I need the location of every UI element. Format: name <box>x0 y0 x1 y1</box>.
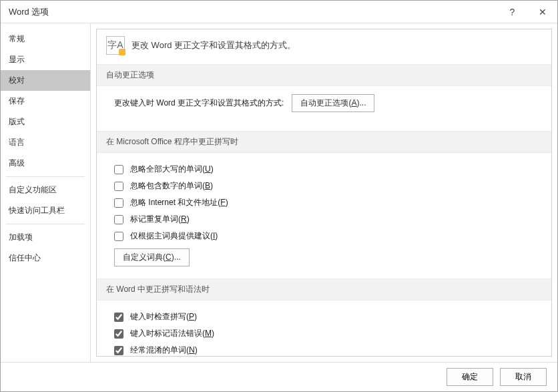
panel-header-text: 更改 Word 更正文字和设置其格式的方式。 <box>131 39 296 51</box>
dialog-title: Word 选项 <box>9 6 497 18</box>
section-autocorrect-title: 自动更正选项 <box>97 64 551 86</box>
checkbox-row: 忽略 Internet 和文件地址(F) <box>114 194 542 211</box>
close-button[interactable]: ✕ <box>527 1 557 23</box>
autocorrect-row: 更改键入时 Word 更正文字和设置其格式的方式: 自动更正选项(A)... <box>114 94 542 112</box>
panel-header: 字A 更改 Word 更正文字和设置其格式的方式。 <box>97 32 551 64</box>
checkbox[interactable] <box>114 198 123 208</box>
sidebar-item[interactable]: 快速访问工具栏 <box>1 200 90 221</box>
section-office-body: 忽略全部大写的单词(U)忽略包含数字的单词(B)忽略 Internet 和文件地… <box>97 153 551 278</box>
ok-button[interactable]: 确定 <box>447 368 493 386</box>
sidebar-item[interactable]: 显示 <box>1 49 90 70</box>
checkbox-label: 经常混淆的单词(N) <box>130 345 198 356</box>
checkbox[interactable] <box>114 346 123 355</box>
proofing-panel: 字A 更改 Word 更正文字和设置其格式的方式。 自动更正选项 更改键入时 W… <box>96 29 552 357</box>
proofing-icon: 字A <box>106 36 125 55</box>
checkbox-label: 键入时标记语法错误(M) <box>130 328 214 339</box>
checkbox[interactable] <box>114 215 123 224</box>
section-office-title: 在 Microsoft Office 程序中更正拼写时 <box>97 131 551 153</box>
sidebar-item[interactable]: 保存 <box>1 91 90 112</box>
custom-dictionaries-button[interactable]: 自定义词典(C)... <box>114 248 190 266</box>
checkbox-label: 忽略全部大写的单词(U) <box>130 164 214 175</box>
dialog-body: 常规显示校对保存版式语言高级自定义功能区快速访问工具栏加载项信任中心 字A 更改… <box>1 23 557 362</box>
checkbox-row: 键入时检查拼写(P) <box>114 309 542 325</box>
section-word-body: 键入时检查拼写(P)键入时标记语法错误(M)经常混淆的单词(N)随拼写检查语法(… <box>97 301 551 357</box>
sidebar-separator <box>6 224 85 224</box>
checkbox-label: 忽略 Internet 和文件地址(F) <box>130 197 228 208</box>
sidebar: 常规显示校对保存版式语言高级自定义功能区快速访问工具栏加载项信任中心 <box>1 23 91 362</box>
sidebar-item[interactable]: 语言 <box>1 132 90 153</box>
sidebar-item[interactable]: 自定义功能区 <box>1 180 90 200</box>
sidebar-separator <box>6 176 85 177</box>
section-autocorrect-body: 更改键入时 Word 更正文字和设置其格式的方式: 自动更正选项(A)... <box>97 86 551 131</box>
help-button[interactable]: ? <box>497 1 527 23</box>
sidebar-item[interactable]: 高级 <box>1 153 90 174</box>
sidebar-item[interactable]: 常规 <box>1 29 90 49</box>
checkbox-label: 忽略包含数字的单词(B) <box>130 180 213 192</box>
sidebar-item[interactable]: 版式 <box>1 112 90 132</box>
sidebar-item[interactable]: 校对 <box>1 70 90 91</box>
section-word-title: 在 Word 中更正拼写和语法时 <box>97 278 551 301</box>
sidebar-item[interactable]: 信任中心 <box>1 248 90 268</box>
checkbox-row: 标记重复单词(R) <box>114 211 542 228</box>
autocorrect-row-label: 更改键入时 Word 更正文字和设置其格式的方式: <box>114 97 284 109</box>
checkbox[interactable] <box>114 165 123 174</box>
checkbox-label: 键入时检查拼写(P) <box>130 311 197 323</box>
checkbox-row: 键入时标记语法错误(M) <box>114 325 542 342</box>
cancel-button[interactable]: 取消 <box>500 368 547 386</box>
checkbox[interactable] <box>114 329 123 339</box>
word-options-dialog: Word 选项 ? ✕ 常规显示校对保存版式语言高级自定义功能区快速访问工具栏加… <box>0 0 558 392</box>
titlebar: Word 选项 ? ✕ <box>1 1 557 23</box>
dialog-footer: 确定 取消 <box>1 362 557 391</box>
checkbox-row: 忽略包含数字的单词(B) <box>114 178 542 194</box>
checkbox[interactable] <box>114 182 123 191</box>
content-wrapper: 字A 更改 Word 更正文字和设置其格式的方式。 自动更正选项 更改键入时 W… <box>91 23 557 362</box>
checkbox-row: 忽略全部大写的单词(U) <box>114 161 542 178</box>
checkbox[interactable] <box>114 313 123 322</box>
autocorrect-options-button[interactable]: 自动更正选项(A)... <box>292 94 374 112</box>
checkbox-label: 标记重复单词(R) <box>130 214 190 225</box>
checkbox-row: 经常混淆的单词(N) <box>114 342 542 357</box>
checkbox[interactable] <box>114 232 123 241</box>
checkbox-label: 仅根据主词典提供建议(I) <box>130 230 218 242</box>
sidebar-item[interactable]: 加载项 <box>1 227 90 248</box>
checkbox-row: 仅根据主词典提供建议(I) <box>114 228 542 244</box>
